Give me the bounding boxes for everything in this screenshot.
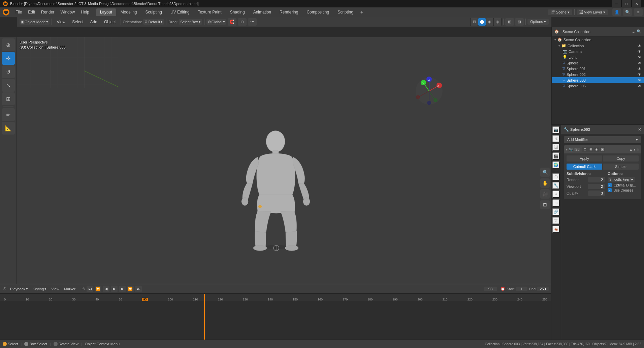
particles-props-btn[interactable]: ✦ [552, 191, 560, 198]
scene-selector[interactable]: 🎬 Scene ▾ [548, 9, 572, 15]
output-props-btn[interactable]: 🖨 [552, 135, 560, 142]
menu-window[interactable]: Window [58, 9, 77, 15]
light-vis-eye[interactable]: 👁 [638, 55, 641, 59]
outliner-scene-collection[interactable]: ▾ 🏠 Scene Collection [552, 36, 644, 43]
ortho-btn[interactable]: ⊞ [540, 200, 550, 209]
search-icon-btn[interactable]: 🔍 [623, 8, 632, 16]
maximize-button[interactable]: □ [622, 0, 631, 7]
tab-shading[interactable]: Shading [226, 8, 249, 16]
step-back-btn[interactable]: ◀ [103, 286, 109, 292]
outliner-sphere-002[interactable]: ▽ Sphere.002 👁 [552, 71, 644, 77]
view-menu[interactable]: View [54, 19, 68, 25]
menu-file[interactable]: File [13, 9, 25, 15]
outliner-light[interactable]: 💡 Light 👁 [552, 54, 644, 60]
tab-scripting[interactable]: Scripting [333, 8, 357, 16]
close-button[interactable]: ✕ [632, 0, 641, 7]
tab-add[interactable]: + [358, 8, 366, 16]
jump-next-key-btn[interactable]: ⏩ [127, 286, 134, 292]
material-props-btn[interactable]: ◉ [552, 226, 560, 233]
add-menu[interactable]: Add [88, 19, 100, 25]
material-shading-btn[interactable]: ◉ [486, 18, 493, 26]
drag-selector[interactable]: Select Box ▾ [179, 19, 202, 25]
options-btn[interactable]: Options ▾ [527, 19, 549, 25]
tab-sculpting[interactable]: Sculpting [141, 8, 166, 16]
camera-view-btn[interactable]: 🎥 [540, 189, 550, 199]
blender-logo[interactable] [1, 7, 11, 17]
timeline-content-area[interactable] [0, 301, 551, 340]
tab-modeling[interactable]: Modeling [117, 8, 141, 16]
measure-tool[interactable]: 📐 [2, 122, 15, 135]
sphere002-vis-eye[interactable]: 👁 [638, 72, 641, 77]
object-menu[interactable]: Object [101, 19, 119, 25]
mode-selector[interactable]: ▣ Object Mode ▾ [20, 19, 50, 25]
filter-icon-btn[interactable]: ≡ [634, 8, 643, 16]
constraints-props-btn[interactable]: 🔗 [552, 208, 560, 215]
outliner-sphere-005[interactable]: ▽ Sphere.005 👁 [552, 83, 644, 89]
mod-realtime-btn[interactable]: ▣ [600, 147, 605, 152]
wire-shading-btn[interactable]: ⊡ [471, 18, 478, 26]
start-frame-input[interactable] [516, 287, 527, 291]
apply-button[interactable]: Apply [567, 155, 602, 162]
xray-btn[interactable]: ⊠ [515, 18, 524, 26]
rotate-tool[interactable]: ↺ [2, 65, 15, 78]
tab-compositing[interactable]: Compositing [302, 8, 333, 16]
mod-delete-btn[interactable]: ✕ [637, 148, 639, 151]
annotate-tool[interactable]: ✏ [2, 108, 15, 121]
minimize-button[interactable]: ─ [612, 0, 621, 7]
view-menu-tl[interactable]: View [50, 286, 61, 292]
window-controls[interactable]: ─ □ ✕ [612, 0, 641, 7]
smooth-select[interactable]: Smooth, keep ... [608, 177, 635, 182]
hand-btn[interactable]: ✋ [540, 178, 550, 188]
play-btn[interactable]: ▶ [111, 286, 118, 292]
step-fwd-btn[interactable]: ▶ [119, 286, 126, 292]
sphere003-vis-eye[interactable]: 👁 [638, 78, 641, 82]
transform-tool[interactable]: ⊞ [2, 92, 15, 105]
zoom-in-btn[interactable]: 🔍 [540, 168, 550, 177]
tab-layout[interactable]: Layout [96, 8, 116, 16]
move-tool[interactable]: ✛ [2, 52, 15, 65]
mod-toggle[interactable]: ▾ [566, 148, 568, 151]
snap-button[interactable]: 🧲 [228, 18, 236, 26]
solid-shading-btn[interactable]: ⬤ [478, 18, 486, 26]
select-menu[interactable]: Select [69, 19, 86, 25]
overlay-btn[interactable]: ⊞ [505, 18, 514, 26]
sphere005-vis-eye[interactable]: 👁 [638, 84, 641, 88]
copy-button[interactable]: Copy [603, 155, 639, 162]
render-shading-btn[interactable]: ◎ [494, 18, 501, 26]
object-props-btn[interactable]: ⬡ [552, 173, 560, 180]
outliner-filter-btn[interactable]: ≡ [633, 30, 635, 34]
tab-texture-paint[interactable]: Texture Paint [194, 8, 226, 16]
use-creases-checkbox[interactable]: ✓ [608, 188, 612, 192]
keying-menu[interactable]: Keying ▾ [31, 286, 48, 292]
add-modifier-btn[interactable]: Add Modifier ▾ [564, 136, 641, 143]
scene-props-btn[interactable]: 🎬 [552, 152, 560, 160]
proportional-edit-btn[interactable]: ⊙ [238, 18, 247, 26]
sphere001-vis-eye[interactable]: 👁 [638, 67, 641, 71]
props-close-btn[interactable]: ✕ [638, 127, 641, 132]
simple-btn[interactable]: Simple [603, 164, 639, 170]
catmull-clark-btn[interactable]: Catmull-Clark [567, 164, 602, 170]
outliner-collection[interactable]: ▾ 📁 Collection 👁 [556, 43, 644, 49]
render-props-btn[interactable]: 📷 [552, 126, 560, 134]
mod-up-btn[interactable]: ▲ [629, 148, 633, 151]
modifier-props-btn[interactable]: 🔧 [552, 182, 560, 189]
tab-rendering[interactable]: Rendering [276, 8, 302, 16]
tab-animation[interactable]: Animation [249, 8, 275, 16]
menu-render[interactable]: Render [38, 9, 57, 15]
quality-value[interactable] [588, 191, 605, 196]
playback-menu[interactable]: Playback ▾ [9, 286, 29, 292]
physics-props-btn[interactable]: ⊕ [552, 199, 560, 207]
view-layer-props-btn[interactable]: 🖼 [552, 144, 560, 151]
camera-vis-eye[interactable]: 👁 [638, 50, 641, 54]
sphere-vis-eye[interactable]: 👁 [638, 61, 641, 65]
viewlayer-selector[interactable]: 🖼 View Layer ▾ [577, 9, 608, 15]
outliner-search-btn[interactable]: 🔍 [637, 29, 641, 34]
scale-tool[interactable]: ⤡ [2, 79, 15, 92]
menu-help[interactable]: Help [78, 9, 92, 15]
current-frame-input[interactable] [484, 287, 497, 291]
vis-eye[interactable]: 👁 [638, 44, 641, 48]
outliner-sphere[interactable]: ▽ Sphere 👁 [552, 60, 644, 66]
mod-render-btn[interactable]: ◉ [594, 147, 599, 152]
outliner-camera[interactable]: 📷 Camera 👁 [552, 49, 644, 54]
jump-start-btn[interactable]: ⏮ [87, 286, 93, 292]
